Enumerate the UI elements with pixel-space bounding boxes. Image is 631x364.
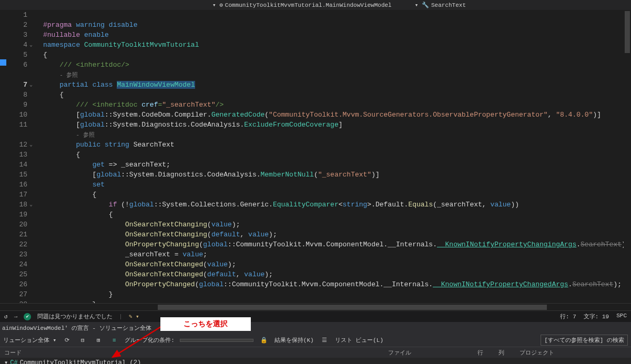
lock-icon[interactable]: 🔒 <box>259 336 269 345</box>
code-line[interactable]: - 参照 <box>43 70 631 80</box>
col-code[interactable]: コード <box>0 349 384 357</box>
scrollbar-thumb[interactable] <box>158 305 547 310</box>
result-group[interactable]: ▾ C# CommunityToolkitMvvmTutorial (2) <box>0 358 631 364</box>
code-line[interactable]: [global::System.CodeDom.Compiler.Generat… <box>43 110 631 120</box>
nav-back-icon[interactable]: ↺ <box>4 313 8 320</box>
col-file[interactable]: ファイル <box>384 349 473 357</box>
code-line[interactable]: partial class MainWindowViewModel <box>43 80 631 90</box>
code-line[interactable]: /// <inheritdoc cref="_searchText"/> <box>43 100 631 110</box>
csharp-project-icon: C# <box>10 359 17 365</box>
col-project[interactable]: プロジェクト <box>515 349 631 357</box>
scrollbar-thumb[interactable] <box>625 11 630 53</box>
code-line[interactable]: { <box>43 150 631 160</box>
caret-col: 文字: 19 <box>584 313 609 320</box>
find-references-title: ainWindowViewModel' の宣言 - ソリューション全体 <box>0 322 631 334</box>
code-line[interactable]: { <box>43 90 631 100</box>
fold-toggle-icon[interactable]: ⌄ <box>29 201 33 207</box>
code-editor[interactable]: 1234567891011121314151617181920212223242… <box>0 10 631 303</box>
implements-indicator-icon[interactable] <box>0 59 6 66</box>
annotation-callout: こっちを選択 <box>160 317 251 331</box>
code-line[interactable]: if (!global::System.Collections.Generic.… <box>43 200 631 210</box>
code-line[interactable]: OnSearchTextChanged(default, value); <box>43 269 631 279</box>
search-all-refs[interactable]: [すべての参照を検索] の検索 <box>541 335 628 346</box>
filter-icon[interactable]: ≡ <box>109 336 119 345</box>
fold-toggle-icon[interactable]: ⌄ <box>29 141 33 148</box>
list-view-icon[interactable]: ☰ <box>319 336 330 345</box>
brush-icon[interactable]: ✎ ▾ <box>129 313 139 320</box>
wrench-icon: ▾ 🔧 <box>415 2 429 8</box>
code-line[interactable]: } <box>43 289 631 299</box>
no-issues-icon[interactable]: ✔ <box>24 313 31 320</box>
code-line[interactable]: - 参照 <box>43 130 631 140</box>
list-view-label[interactable]: リスト ビュー(L) <box>335 336 383 344</box>
scope-dropdown[interactable]: リューション全体 ▾ <box>3 336 56 344</box>
code-line[interactable]: OnSearchTextChanged(value); <box>43 259 631 269</box>
expand-icon[interactable]: ⊞ <box>93 336 104 345</box>
code-line[interactable]: public string SearchText <box>43 140 631 150</box>
fold-toggle-icon[interactable]: ⌄ <box>29 81 33 88</box>
code-area[interactable]: #pragma warning disable#nullable enablen… <box>37 10 631 303</box>
find-references-toolbar: リューション全体 ▾ ⟳ ⊟ ⊞ ≡ グループ化の条件: 🔒 結果を保持(K) … <box>0 334 631 347</box>
code-line[interactable]: set <box>43 180 631 190</box>
caret-line: 行: 7 <box>560 313 576 320</box>
code-line[interactable]: { <box>43 50 631 60</box>
group-by-dropdown[interactable] <box>180 339 253 342</box>
find-results-panel: コード ファイル 行 列 プロジェクト ▾ C# CommunityToolki… <box>0 347 631 364</box>
line-number-gutter: 1234567891011121314151617181920212223242… <box>0 10 37 303</box>
breadcrumb-bar: ▾ ⚙ CommunityToolkitMvvmTutorial.MainWin… <box>0 0 631 10</box>
breadcrumb-member[interactable]: ▾ 🔧 SearchText <box>408 2 473 8</box>
indent-mode: SPC <box>616 313 627 320</box>
fold-toggle-icon[interactable]: ⌄ <box>29 41 33 48</box>
code-line[interactable]: /// <inheritdoc/> <box>43 60 631 70</box>
code-line[interactable]: OnPropertyChanging(global::CommunityTool… <box>43 240 631 249</box>
editor-horizontal-scrollbar[interactable] <box>0 303 631 310</box>
editor-status-bar: ↺ → ✔ 問題は見つかりませんでした | ✎ ▾ 行: 7 文字: 19 SP… <box>0 310 631 322</box>
code-line[interactable] <box>43 10 631 20</box>
code-line[interactable]: } <box>43 299 631 303</box>
results-column-header: コード ファイル 行 列 プロジェクト <box>0 347 631 358</box>
class-icon: ▾ ⚙ <box>212 2 223 8</box>
refresh-icon[interactable]: ⟳ <box>62 336 72 345</box>
editor-vertical-scrollbar[interactable] <box>624 10 631 303</box>
code-line[interactable]: get => _searchText; <box>43 160 631 170</box>
no-issues-text: 問題は見つかりませんでした <box>37 313 113 320</box>
code-line[interactable]: { <box>43 210 631 220</box>
code-line[interactable]: #pragma warning disable <box>43 20 631 30</box>
code-line[interactable]: _searchText = value; <box>43 249 631 259</box>
collapse-icon[interactable]: ⊟ <box>77 336 88 345</box>
code-line[interactable]: OnSearchTextChanging(value); <box>43 220 631 230</box>
code-line[interactable]: OnPropertyChanged(global::CommunityToolk… <box>43 279 631 289</box>
chevron-down-icon: ▾ <box>4 359 8 364</box>
code-line[interactable]: namespace CommunityToolkitMvvmTutorial <box>43 40 631 50</box>
group-by-label: グループ化の条件: <box>125 336 175 344</box>
breadcrumb-class[interactable]: ▾ ⚙ CommunityToolkitMvvmTutorial.MainWin… <box>205 2 399 8</box>
col-col[interactable]: 列 <box>494 349 515 357</box>
nav-fwd-icon[interactable]: → <box>14 314 18 320</box>
keep-results-label[interactable]: 結果を保持(K) <box>274 336 314 344</box>
code-line[interactable]: #nullable enable <box>43 30 631 40</box>
code-line[interactable]: [global::System.Diagnostics.CodeAnalysis… <box>43 170 631 180</box>
col-line[interactable]: 行 <box>473 349 494 357</box>
code-line[interactable]: [global::System.Diagnostics.CodeAnalysis… <box>43 120 631 130</box>
code-line[interactable]: { <box>43 190 631 200</box>
code-line[interactable]: OnSearchTextChanging(default, value); <box>43 230 631 240</box>
